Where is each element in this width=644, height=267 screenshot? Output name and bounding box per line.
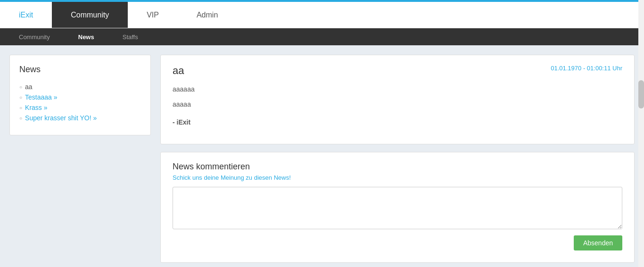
nav-item-admin[interactable]: Admin [178,2,237,28]
list-item: Super krasser shit YO! » [19,113,141,123]
sub-nav-item-staffs[interactable]: Staffs [108,28,152,45]
nav-item-community[interactable]: Community [52,2,128,28]
sidebar: News aa Testaaaa » Krass » Super krasser… [9,55,151,263]
article-date: 01.01.1970 - 01:00:11 Uhr [551,65,622,72]
comment-subtitle: Schick uns deine Meinung zu diesen News! [173,174,622,181]
list-item: Testaaaa » [19,92,141,102]
article-header: aa 01.01.1970 - 01:00:11 Uhr [173,65,622,77]
main-content: aa 01.01.1970 - 01:00:11 Uhr aaaaaa aaaa… [160,55,635,263]
nav-item-iexit[interactable]: iExit [0,2,52,28]
article-body-line2: aaaaa [173,99,622,109]
submit-row: Absenden [173,235,622,250]
article-body-line1: aaaaaa [173,84,622,94]
sidebar-title: News [19,65,141,75]
nav-item-vip[interactable]: VIP [128,2,178,28]
comment-textarea[interactable] [173,187,622,229]
page-content: News aa Testaaaa » Krass » Super krasser… [0,45,644,267]
sub-nav-item-news[interactable]: News [64,28,108,45]
sidebar-news-list: aa Testaaaa » Krass » Super krasser shit… [19,82,141,123]
scrollbar-thumb[interactable] [638,80,644,108]
submit-button[interactable]: Absenden [574,235,622,250]
sidebar-card: News aa Testaaaa » Krass » Super krasser… [9,55,151,135]
article-signature: - iExit [173,117,622,127]
sidebar-item-krass[interactable]: Krass » [25,104,47,111]
sidebar-item-superkrass[interactable]: Super krasser shit YO! » [25,114,97,122]
scrollbar-track [638,0,644,267]
article-title: aa [173,65,184,77]
main-navigation: iExit Community VIP Admin [0,2,644,28]
list-item: Krass » [19,102,141,113]
article-body: aaaaaa aaaaa - iExit [173,84,622,127]
list-item: aa [19,82,141,92]
article-card: aa 01.01.1970 - 01:00:11 Uhr aaaaaa aaaa… [160,55,635,144]
sidebar-item-aa: aa [25,83,33,91]
comment-card: News kommentieren Schick uns deine Meinu… [160,152,635,263]
sub-navigation: Community News Staffs [0,28,644,45]
sub-nav-item-community[interactable]: Community [5,28,64,45]
sidebar-item-testaaaa[interactable]: Testaaaa » [25,93,58,101]
comment-title: News kommentieren [173,162,622,172]
